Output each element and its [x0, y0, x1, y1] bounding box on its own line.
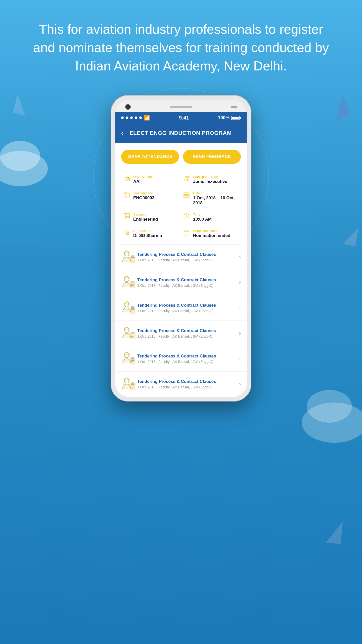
course-title: Tendering Process & Contract Clauses [137, 252, 237, 257]
participants-value: Junior Executive [193, 179, 227, 184]
training-code-icon [123, 192, 130, 200]
svg-rect-72 [131, 335, 134, 335]
course-title: Tendering Process & Contract Clauses [137, 328, 237, 333]
phone-inner-shell: 📶 9:41 100% ‹ ELECT ENGG INDUCTION PROGR [115, 100, 247, 397]
wifi-icon: 📶 [144, 115, 150, 121]
svg-rect-51 [128, 278, 129, 279]
course-avatar-3 [121, 325, 137, 341]
signal-dot-3 [130, 116, 133, 119]
svg-rect-2 [126, 177, 127, 178]
course-meta: 1 Oct, 2018 | Faculty : AK Bansal, JGM (… [137, 258, 237, 262]
participants-label: Participants level [193, 175, 227, 179]
svg-rect-5 [125, 180, 126, 181]
app-header: ‹ ELECT ENGG INDUCTION PROGRAM [115, 123, 247, 143]
svg-rect-88 [130, 383, 135, 390]
time-icon [183, 213, 190, 221]
svg-rect-44 [131, 257, 134, 258]
status-battery-area: 100% [218, 115, 241, 120]
svg-rect-81 [131, 360, 134, 361]
svg-rect-70 [130, 332, 135, 339]
svg-rect-56 [131, 281, 134, 282]
svg-rect-80 [131, 359, 134, 359]
course-info: Tendering Process & Contract Clauses 1 O… [137, 303, 237, 313]
svg-point-17 [125, 193, 126, 194]
bg-cloud-left [0, 151, 48, 186]
signal-dot-4 [135, 116, 137, 119]
course-info: Tendering Process & Contract Clauses 1 O… [137, 354, 237, 364]
action-buttons-row: MARK ATTENDANCE SEND FEEDBACK [115, 143, 247, 169]
course-meta: 1 Oct, 2018 | Faculty : AK Bansal, JGM (… [137, 284, 237, 288]
svg-rect-25 [187, 195, 188, 196]
bg-arrow-top-left [13, 94, 30, 116]
signal-dot-1 [121, 116, 124, 119]
svg-rect-43 [130, 256, 135, 263]
svg-rect-90 [131, 386, 134, 386]
info-grid: Organization AAI [115, 169, 247, 244]
phone-sensor [231, 106, 237, 108]
course-info: Tendering Process & Contract Clauses 1 O… [137, 252, 237, 262]
svg-rect-11 [187, 176, 189, 177]
enrollment-value: Nomination ended [193, 233, 230, 238]
course-item[interactable]: Tendering Process & Contract Clauses 1 O… [115, 245, 247, 270]
svg-rect-71 [131, 334, 134, 334]
status-bar: 📶 9:41 100% [115, 112, 247, 123]
svg-rect-77 [124, 354, 125, 355]
svg-rect-23 [185, 195, 185, 196]
mark-attendance-button[interactable]: MARK ATTENDANCE [121, 150, 179, 164]
course-avatar-0 [121, 249, 137, 265]
chevron-right-icon: › [239, 305, 241, 311]
phone-outer-shell: 📶 9:41 100% ‹ ELECT ENGG INDUCTION PROGR [111, 95, 251, 401]
status-time: 9:41 [179, 115, 189, 121]
svg-point-33 [125, 231, 128, 235]
back-button[interactable]: ‹ [121, 128, 124, 138]
course-item[interactable]: Tendering Process & Contract Clauses 1 O… [115, 346, 247, 372]
svg-rect-83 [131, 357, 134, 358]
svg-rect-89 [131, 384, 134, 385]
svg-rect-24 [186, 195, 187, 196]
course-item[interactable]: Tendering Process & Contract Clauses 1 O… [115, 372, 247, 397]
send-feedback-button[interactable]: SEND FEEDBACK [183, 150, 241, 164]
svg-rect-62 [131, 308, 134, 309]
participants-icon [183, 175, 190, 184]
training-code-value: ENG00003 [133, 195, 154, 200]
svg-rect-74 [131, 332, 134, 333]
organization-value: AAI [133, 179, 152, 184]
phone-camera [125, 104, 131, 110]
svg-rect-42 [128, 252, 129, 254]
svg-rect-53 [131, 283, 134, 283]
date-value: 1 Oct, 2018 – 10 Oct, 2018 [193, 195, 239, 206]
svg-rect-79 [130, 358, 135, 364]
info-organization: Organization AAI [121, 171, 181, 188]
phone-speaker [170, 106, 192, 108]
course-meta: 1 Oct, 2018 | Faculty : AK Bansal, JGM (… [137, 385, 237, 389]
course-item[interactable]: Tendering Process & Contract Clauses 1 O… [115, 270, 247, 295]
chevron-right-icon: › [239, 381, 241, 387]
svg-rect-92 [131, 383, 134, 384]
course-item[interactable]: Tendering Process & Contract Clauses 1 O… [115, 321, 247, 346]
svg-rect-54 [131, 284, 134, 285]
bg-arrow-top-right [328, 94, 350, 120]
course-info: Tendering Process & Contract Clauses 1 O… [137, 277, 237, 288]
svg-rect-82 [131, 361, 133, 362]
date-content: Date 1 Oct, 2018 – 10 Oct, 2018 [193, 191, 239, 206]
training-code-label: Training code [133, 191, 154, 195]
signal-dot-5 [139, 116, 142, 119]
time-content: Time 10:00 AM [193, 213, 212, 222]
course-title: Tendering Process & Contract Clauses [137, 379, 237, 384]
svg-rect-64 [131, 311, 133, 311]
coordinator-content: Co-ordinator Dr SD Sharma [133, 229, 162, 238]
header-description: This for aviation industry professionals… [0, 0, 362, 90]
info-date: Date 1 Oct, 2018 – 10 Oct, 2018 [181, 188, 241, 209]
svg-rect-52 [130, 281, 135, 288]
app-content: MARK ATTENDANCE SEND FEEDBACK [115, 143, 247, 397]
svg-rect-73 [131, 336, 133, 337]
coordinator-label: Co-ordinator [133, 229, 162, 233]
course-avatar-1 [121, 274, 137, 291]
svg-rect-41 [124, 252, 125, 254]
svg-rect-50 [124, 278, 125, 279]
svg-rect-60 [128, 303, 129, 305]
course-item[interactable]: Tendering Process & Contract Clauses 1 O… [115, 295, 247, 321]
svg-rect-78 [128, 354, 129, 355]
category-content: Category Engineering [133, 213, 158, 222]
coordinator-value: Dr SD Sharma [133, 233, 162, 238]
